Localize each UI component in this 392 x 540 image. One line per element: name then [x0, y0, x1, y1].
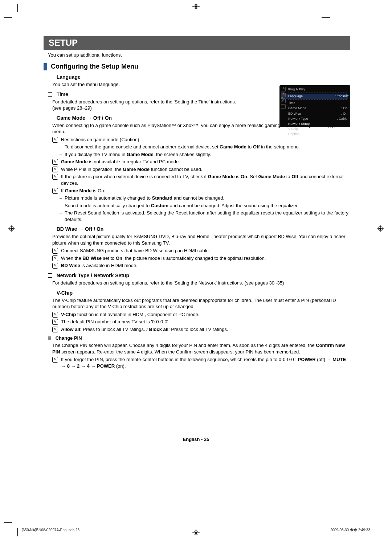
- osd-row: BD Wise: On: [282, 111, 348, 116]
- checkbox-icon: [48, 227, 52, 231]
- subheading-row: Configuring the Setup Menu: [44, 63, 350, 70]
- note-row: ✎Allow all: Press to unlock all TV ratin…: [52, 326, 350, 333]
- item-heading: V-Chip: [57, 290, 73, 296]
- osd-row: Network Setup: [282, 121, 348, 126]
- dash-row: –If you display the TV menu in Game Mode…: [60, 151, 350, 158]
- osd-icon: ?: [281, 98, 286, 103]
- osd-row: Caption: [282, 131, 348, 136]
- crop-mark: [4, 17, 12, 18]
- registration-mark-icon: [192, 3, 200, 10]
- item-heading: Game Mode → Off / On: [57, 115, 112, 121]
- dash-row: –Picture mode is automatically changed t…: [60, 195, 350, 201]
- note-row: ✎BD Wise is available in HDMI mode.: [52, 262, 350, 269]
- dash-row: –The Reset Sound function is activated. …: [60, 210, 350, 222]
- crop-mark: [323, 4, 323, 12]
- osd-icon: ⋯: [281, 104, 286, 109]
- crop-mark: [17, 4, 18, 12]
- crop-mark: [4, 522, 12, 523]
- note-icon: ✎: [52, 159, 58, 165]
- note-icon: ✎: [52, 174, 58, 180]
- note-icon: ✎: [52, 167, 58, 172]
- print-file-label: [650-NA]BN68-02097A-Eng.indb 25: [22, 528, 79, 532]
- item-heading: Network Type / Network Setup: [57, 273, 129, 278]
- item-heading: Language: [57, 74, 81, 80]
- note-row: ✎If Game Mode is On:: [52, 188, 350, 194]
- note-icon: ✎: [52, 327, 58, 332]
- checkbox-icon: [48, 291, 52, 295]
- item-body: The V-Chip feature automatically locks o…: [52, 297, 350, 310]
- note-icon: ✎: [52, 188, 58, 194]
- item-bd-wise: BD Wise → Off / On: [48, 226, 350, 232]
- note-row: ✎V-Chip function is not available in HDM…: [52, 311, 350, 318]
- note-icon: ✎: [52, 357, 58, 363]
- osd-icon: ⚙: [281, 87, 286, 91]
- chevron-right-icon: ▶: [346, 94, 349, 97]
- item-heading: BD Wise → Off / On: [57, 226, 104, 232]
- osd-icon: ⚙: [281, 93, 286, 97]
- item-body: You can set the menu language.: [52, 81, 241, 88]
- crop-mark: [322, 17, 330, 18]
- note-icon: ✎: [52, 312, 58, 318]
- item-body: For detailed procedures on setting up op…: [52, 280, 350, 286]
- crop-mark: [17, 528, 18, 536]
- checkbox-icon: [48, 75, 52, 79]
- item-language: Language: [48, 74, 350, 80]
- item-heading: Time: [57, 91, 68, 97]
- note-icon: ✎: [52, 263, 58, 269]
- checkbox-icon: [48, 116, 52, 120]
- checkbox-icon: [48, 92, 52, 97]
- note-row: ✎Restrictions on game mode (Caution): [52, 136, 350, 143]
- note-row: ✎While PIP is in operation, the Game Mod…: [52, 166, 350, 173]
- osd-menu-screenshot: Setup ⚙ ⚙ ? ⋯ Plug & Play Language: Engl…: [279, 85, 350, 127]
- osd-row-selected: Language: English: [282, 94, 348, 99]
- dash-row: –To disconnect the game console and conn…: [60, 144, 350, 150]
- osd-row: Game Mode: Off: [282, 106, 348, 111]
- dash-row: –Sound mode is automatically changed to …: [60, 202, 350, 209]
- item-body: For detailed procedures on setting up op…: [52, 99, 241, 111]
- square-bullet-icon: [48, 336, 51, 340]
- intro-text: You can set up additional functions.: [48, 52, 350, 58]
- osd-row: Time: [282, 101, 348, 106]
- note-row: ✎When the BD Wise set to On, the picture…: [52, 255, 350, 262]
- osd-row: V-Chip: [282, 126, 348, 131]
- print-timestamp: 2009-03-30 �� 2:49:33: [330, 528, 370, 532]
- registration-mark-icon: [377, 225, 384, 232]
- note-row: ✎Connect SAMSUNG products that have BD W…: [52, 248, 350, 254]
- item-vchip: V-Chip: [48, 290, 350, 296]
- item-network: Network Type / Network Setup: [48, 273, 350, 278]
- note-icon: ✎: [52, 319, 58, 325]
- note-row: ✎If you forget the PIN, press the remote…: [52, 356, 350, 369]
- note-icon: ✎: [52, 255, 58, 261]
- blue-block-icon: [44, 63, 47, 70]
- note-row: ✎Game Mode is not available in regular T…: [52, 159, 350, 165]
- item-body: The Change PIN screen will appear. Choos…: [52, 342, 350, 355]
- note-row: ✎If the picture is poor when external de…: [52, 173, 350, 186]
- subheading: Configuring the Setup Menu: [51, 63, 138, 70]
- osd-row: Network Type: Cable: [282, 116, 348, 121]
- note-icon: ✎: [52, 137, 58, 143]
- separator: [288, 99, 348, 100]
- subitem-change-pin: Change PIN: [48, 335, 350, 341]
- subitem-heading: Change PIN: [56, 335, 82, 341]
- print-footer: [650-NA]BN68-02097A-Eng.indb 25 2009-03-…: [22, 528, 370, 532]
- checkbox-icon: [48, 273, 52, 278]
- section-banner: SETUP: [44, 36, 350, 50]
- note-icon: ✎: [52, 248, 58, 254]
- item-body: Provides the optimal picture quality for…: [52, 233, 350, 246]
- registration-mark-icon: [8, 225, 15, 232]
- page-footer: English - 25: [0, 437, 392, 442]
- separator: [288, 93, 348, 93]
- note-row: ✎The default PIN number of a new TV set …: [52, 319, 350, 325]
- osd-row: Plug & Play: [282, 87, 348, 92]
